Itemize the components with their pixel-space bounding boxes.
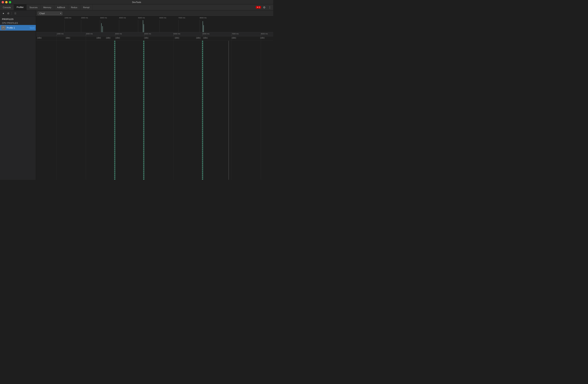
flamechart-ruler-tick <box>86 35 86 36</box>
sidebar: ● ⊘ 🗑 Profiles CPU PROFILES Profile 1 Sa… <box>0 10 36 180</box>
tab-bar-right: ✕ 1 ⚙ ⋮ <box>256 4 273 10</box>
title-bar: DevTools <box>0 0 273 4</box>
stop-button[interactable]: ⊘ <box>6 12 10 15</box>
flamechart-ruler-label: 7000 ms <box>231 32 239 35</box>
timeline-tick-line <box>159 20 160 32</box>
timeline-tick-label: 4000 ms <box>119 17 126 19</box>
idle-label: (idle) <box>96 37 101 39</box>
timeline-tick-line <box>178 20 179 32</box>
timeline-spike <box>101 23 102 32</box>
flamechart-ruler-label: 1000 ms <box>57 32 63 35</box>
profile-name: Profile 1 <box>7 27 30 29</box>
tab-rempl[interactable]: Rempl <box>80 4 92 10</box>
flamechart-ruler-tick <box>57 35 57 36</box>
window-title: DevTools <box>132 1 141 3</box>
timeline-tick-label: 2000 ms <box>81 17 88 19</box>
timeline-spike <box>203 21 203 32</box>
flamechart-vline <box>173 36 174 180</box>
idle-label: (idle) <box>144 37 148 39</box>
flamechart-ruler-tick <box>203 35 203 36</box>
flamechart-canvas[interactable]: (idle)(idle)(idle)(idle)(idle)(idle)(idl… <box>36 36 273 180</box>
cpu-profiles-title: CPU PROFILES <box>0 21 36 25</box>
flame-column-edge <box>203 41 203 180</box>
svg-rect-0 <box>2 27 5 29</box>
close-button[interactable] <box>1 1 4 3</box>
flamechart-ruler-mark: 2000 ms <box>86 32 93 36</box>
flamechart-ruler-mark: 6000 ms <box>203 32 210 36</box>
idle-label: (idle) <box>37 37 42 39</box>
idle-row: (idle)(idle)(idle)(idle)(idle)(idle)(idl… <box>36 36 273 41</box>
flamechart-ruler-mark: 4000 ms <box>144 32 151 36</box>
flamechart-ruler-label: 5000 ms <box>173 32 180 35</box>
cursor-line <box>229 41 229 180</box>
flamechart-ruler-label: 2000 ms <box>86 32 93 35</box>
chart-type-select[interactable]: Chart Heavy (Bottom Up) Tree (Top Down) <box>38 12 63 15</box>
tab-profiler[interactable]: Profiler <box>14 4 27 10</box>
timeline-spike <box>203 25 204 32</box>
more-icon[interactable]: ⋮ <box>268 5 272 9</box>
tab-adblock[interactable]: AdBlock <box>54 4 68 10</box>
flame-column <box>114 41 115 180</box>
idle-label: (idle) <box>106 37 110 39</box>
tab-redux[interactable]: Redux <box>68 4 80 10</box>
flamechart-ruler-mark: 1000 ms <box>57 32 63 36</box>
flame-column-edge <box>144 41 145 180</box>
toolbar-divider <box>12 12 12 15</box>
timeline-tick-line <box>81 20 81 32</box>
flamechart-vline <box>57 36 57 180</box>
flamechart-ruler-tick <box>115 35 115 36</box>
flamechart-vline <box>86 36 86 180</box>
tab-memory[interactable]: Memory <box>41 4 54 10</box>
timeline-tick-line <box>100 20 100 32</box>
maximize-button[interactable] <box>9 1 11 3</box>
flamechart-vline <box>231 36 232 180</box>
tab-sources[interactable]: Sources <box>27 4 41 10</box>
record-button[interactable]: ● <box>1 12 5 15</box>
flamechart-ruler-label: 3000 ms <box>115 32 122 35</box>
idle-label: (idle) <box>115 37 120 39</box>
error-badge[interactable]: ✕ 1 <box>256 6 261 9</box>
idle-label: (idle) <box>203 37 208 39</box>
tab-bar: Console Profiler Sources Memory AdBlock … <box>0 4 273 10</box>
flamechart-ruler-label: 6000 ms <box>203 32 210 35</box>
flamechart-ruler-mark: 3000 ms <box>115 32 122 36</box>
timeline-spike <box>144 24 144 32</box>
profile-icon <box>1 26 6 30</box>
profile-item[interactable]: Profile 1 Save <box>0 25 36 31</box>
tab-console[interactable]: Console <box>0 4 14 10</box>
timeline-tick-label: 5000 ms <box>138 17 145 19</box>
delete-button[interactable]: 🗑 <box>13 12 17 15</box>
timeline-spike <box>102 26 103 32</box>
flame-column <box>202 41 203 180</box>
minimize-button[interactable] <box>5 1 8 3</box>
timeline-spike <box>143 20 143 32</box>
save-link[interactable]: Save <box>30 27 35 29</box>
timeline-tick-line <box>200 20 200 32</box>
flame-column <box>143 41 144 180</box>
idle-label: (idle) <box>66 37 70 39</box>
error-icon: ✕ <box>257 6 258 8</box>
settings-icon[interactable]: ⚙ <box>262 5 266 9</box>
flamechart-ruler-tick <box>231 35 232 36</box>
chart-select-wrap[interactable]: Chart Heavy (Bottom Up) Tree (Top Down) <box>38 12 63 15</box>
timeline-tick-label: 1000 ms <box>64 17 71 19</box>
window-controls <box>1 1 11 3</box>
flamechart-ruler-label: 4000 ms <box>144 32 151 35</box>
idle-label: (idle) <box>175 37 179 39</box>
chart-toolbar: Chart Heavy (Bottom Up) Tree (Top Down) <box>36 10 273 16</box>
flamechart-ruler-tick <box>173 35 174 36</box>
idle-label: (idle) <box>231 37 236 39</box>
timeline-tick-label: 7000 ms <box>178 17 185 19</box>
main-layout: ● ⊘ 🗑 Profiles CPU PROFILES Profile 1 Sa… <box>0 10 273 180</box>
flamechart-ruler-mark: 8000 ms <box>261 32 268 36</box>
sidebar-toolbar: ● ⊘ 🗑 <box>0 10 36 16</box>
content-area: Chart Heavy (Bottom Up) Tree (Top Down) … <box>36 10 273 180</box>
flamechart-wrapper: 1000 ms2000 ms3000 ms4000 ms5000 ms6000 … <box>36 32 273 180</box>
flame-column-edge <box>115 41 116 180</box>
timeline-overview[interactable]: 1000 ms2000 ms3000 ms4000 ms5000 ms6000 … <box>36 16 273 32</box>
flamechart-ruler-mark: 7000 ms <box>231 32 239 36</box>
idle-label: (idle) <box>196 37 201 39</box>
error-count: 1 <box>259 6 260 8</box>
timeline-tick-label: 6000 ms <box>159 17 167 19</box>
flame-lines-container <box>36 41 273 180</box>
